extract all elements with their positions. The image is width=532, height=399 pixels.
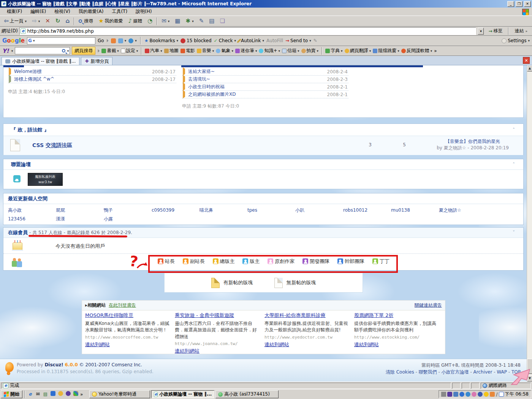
start-button[interactable]: 開始 xyxy=(1,390,22,398)
google-search-input[interactable]: G▾ xyxy=(27,37,95,44)
messenger-status-icon[interactable] xyxy=(472,392,477,397)
quicklaunch-mail-icon[interactable]: ✉ xyxy=(35,391,41,397)
footer-link[interactable]: Archiver xyxy=(473,369,497,375)
task-yahoo-messenger[interactable]: Yahoo!奇摩即時通 xyxy=(89,390,150,398)
yahoo-notepad-button[interactable]: 迷你筆▾ xyxy=(235,48,257,54)
ad-title-link[interactable]: 大學眼科-給你專業眼科診療 xyxy=(264,312,350,319)
user-link[interactable]: 喵北鼻 xyxy=(200,207,247,214)
messenger-button[interactable]: ✱▾ xyxy=(184,17,196,25)
document-button[interactable]: ▤ xyxy=(207,17,217,25)
history-button[interactable]: ◔ xyxy=(145,17,155,25)
spellcheck-button[interactable]: ✓Check▾ xyxy=(214,38,236,43)
clock[interactable]: 下午 06:58 xyxy=(505,391,529,397)
ad-visit-link[interactable]: 連結到網站 xyxy=(175,348,200,355)
pen-tray-icon[interactable]: / xyxy=(496,392,497,397)
print-button[interactable]: ▦ xyxy=(173,17,182,25)
maximize-button[interactable]: ❐ xyxy=(516,1,522,7)
quicklaunch-player-icon[interactable] xyxy=(66,391,71,396)
user-link[interactable]: 小露 xyxy=(104,216,152,222)
google-settings-button[interactable]: Settings▾ xyxy=(502,38,530,43)
edit-button[interactable]: ✎ xyxy=(197,17,206,25)
collapse-arrow-icon[interactable]: ˄ xyxy=(513,162,515,167)
yahoo-music-button[interactable]: 音樂▾ xyxy=(197,48,214,54)
user-link[interactable]: 夏之物語☆ xyxy=(439,207,487,214)
close-button[interactable]: ✕ xyxy=(524,1,531,7)
user-link[interactable]: 123456 xyxy=(8,216,56,222)
info-icon[interactable] xyxy=(466,392,470,397)
search-button[interactable]: 搜尋 xyxy=(76,17,95,25)
network-monitor-icon[interactable] xyxy=(453,392,458,397)
more-tools-chevron[interactable]: » xyxy=(434,48,437,54)
menu-file[interactable]: 檔案(F) xyxy=(3,8,26,16)
vertical-scrollbar[interactable]: ▲ ▼ xyxy=(527,65,532,382)
collapse-arrow-icon[interactable]: ˅ xyxy=(513,230,515,235)
footer-link[interactable]: 小政官方論壇 xyxy=(442,369,473,375)
collapse-arrow-icon[interactable]: ˄ xyxy=(513,127,515,133)
menu-favorites[interactable]: 我的最愛(A) xyxy=(75,8,108,16)
quicklaunch-picasa-icon[interactable] xyxy=(73,391,78,396)
yahoo-antispy-button[interactable]: 反間諜軟體▾ xyxy=(401,48,432,54)
update-icon[interactable] xyxy=(490,392,495,397)
yahoo-tray-icon[interactable] xyxy=(484,392,489,397)
forward-button[interactable]: ⇨▾ xyxy=(30,17,42,25)
address-dropdown[interactable]: ▾ xyxy=(478,28,484,35)
user-link[interactable]: 高小政 xyxy=(8,207,56,214)
user-link[interactable]: c0950399 xyxy=(152,207,200,213)
user-link[interactable]: 小趴 xyxy=(295,207,343,214)
footer-link[interactable]: WAP xyxy=(497,369,511,375)
last-post-link[interactable]: 【音樂盒】你們是我的星光 xyxy=(420,138,526,145)
quicklaunch-more-chevron[interactable]: » xyxy=(80,392,83,397)
topic-link[interactable]: Welome游標 xyxy=(14,69,41,74)
tab-forum[interactable]: 小政娛樂論壇 -- 寵物 ‖遊戲 ‖... xyxy=(2,57,79,65)
volume-icon[interactable] xyxy=(441,392,446,397)
menu-edit[interactable]: 編輯(E) xyxy=(27,8,50,16)
ad-visit-link[interactable]: 連結到網站 xyxy=(264,341,289,348)
user-link[interactable]: tpes xyxy=(247,207,295,213)
google-go-button[interactable]: Go xyxy=(98,38,104,43)
yahoo-search-button[interactable]: 網頁搜尋 xyxy=(72,47,95,55)
ad-title-link[interactable]: MOSOR馬仕得咖啡豆 xyxy=(85,312,171,319)
quicklaunch-norton-icon[interactable] xyxy=(58,391,63,396)
yahoo-auction-button[interactable]: 拍賣▾ xyxy=(301,48,319,54)
menu-tools[interactable]: 工具(T) xyxy=(108,8,131,16)
menu-help[interactable]: 說明(H) xyxy=(132,8,155,16)
keyword-ad-link[interactable]: 關鍵連結廣告 xyxy=(415,302,442,309)
topic-link[interactable]: 送給大家搭~ xyxy=(188,69,215,74)
quicklaunch-msn-icon[interactable] xyxy=(51,391,55,396)
topic-link[interactable]: 小政生日時的祝福 xyxy=(188,84,225,89)
topic-link[interactable]: 游標上傳測試 ^w^ xyxy=(14,76,54,82)
favorites-button[interactable]: ★我的最愛 xyxy=(96,17,125,25)
scroll-up-button[interactable]: ▲ xyxy=(527,65,532,71)
globe-tray-icon[interactable] xyxy=(478,392,483,397)
links-button[interactable]: 連結» xyxy=(511,28,530,34)
new-tab-button[interactable]: ✚新增分頁 xyxy=(81,57,112,65)
ad-visit-link[interactable]: 連結到網站 xyxy=(85,341,110,348)
dropdown-arrow-icon[interactable]: ▾ xyxy=(25,19,27,23)
yahoo-autos-button[interactable]: 汽車▾ xyxy=(145,48,162,54)
quicklaunch-ie-icon[interactable]: e xyxy=(27,391,33,397)
google-comment-button[interactable]: ▾ xyxy=(128,38,137,43)
quicklaunch-desktop-icon[interactable]: ▤ xyxy=(42,391,49,397)
go-button[interactable]: →移至 xyxy=(485,28,505,34)
home-button[interactable]: ⌂ xyxy=(63,17,72,25)
user-link[interactable]: 漢漢 xyxy=(56,216,104,222)
autolink-button[interactable]: AutoLink▾ xyxy=(238,38,264,43)
tray-app-icon[interactable] xyxy=(447,392,452,397)
ad-visit-link[interactable]: 連結到網站 xyxy=(354,341,379,348)
expand-arrows-icon[interactable]: ⏵ xyxy=(97,48,100,54)
topic-link[interactable]: 去清境玩~ xyxy=(188,76,210,82)
popup-blocked-button[interactable]: 15 blocked xyxy=(180,38,212,43)
expand-arrows-icon[interactable]: ⏵ xyxy=(106,38,109,43)
user-link[interactable]: mu0138 xyxy=(391,207,439,213)
yahoo-popup-blocker-button[interactable]: 阻擋跳窗▾ xyxy=(373,48,399,54)
footer-link[interactable]: 清除 Cookies xyxy=(386,369,419,375)
back-button[interactable]: ⇦上一頁▾ xyxy=(2,17,29,25)
highlight-button[interactable]: ✎ xyxy=(314,38,317,43)
dropdown-arrow-icon[interactable]: ▾ xyxy=(38,19,40,23)
yahoo-logo[interactable]: Y! xyxy=(2,48,9,54)
footer-link[interactable]: 聯繫我們 xyxy=(419,369,442,375)
yahoo-translate-button[interactable]: 網頁翻譯▾ xyxy=(345,48,371,54)
discuz-brand[interactable]: Discuz! xyxy=(44,362,63,367)
post-ad-link[interactable]: 在此刊登廣告 xyxy=(109,302,136,309)
home-icon[interactable] xyxy=(13,175,21,182)
